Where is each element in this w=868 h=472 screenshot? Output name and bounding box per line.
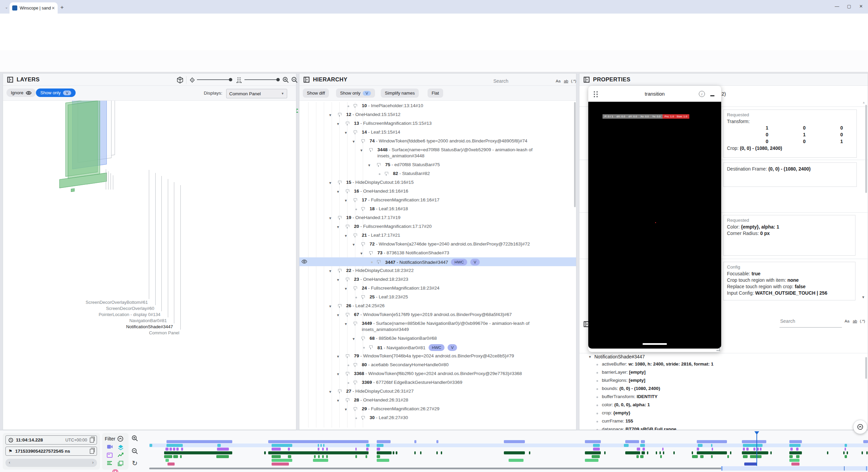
window-maximize-button[interactable]: ▢: [847, 4, 851, 9]
pin-icon[interactable]: [338, 390, 341, 392]
pin-icon[interactable]: [361, 139, 365, 142]
event-window-manager[interactable]: [845, 448, 846, 451]
event-protolog[interactable]: [697, 451, 727, 454]
tree-node-15[interactable]: ▼15 - HideDisplayCutout:16:16#15: [299, 178, 576, 187]
event-protolog[interactable]: [647, 451, 648, 454]
event-protolog[interactable]: [377, 451, 392, 454]
tree-node-80[interactable]: 80 - ace6abb SecondaryHomeHandle0#80: [299, 360, 576, 369]
pin-icon[interactable]: [361, 295, 365, 298]
match-case-icon[interactable]: Aa: [845, 319, 849, 323]
event-ime[interactable]: [796, 455, 800, 458]
event-protolog[interactable]: [396, 451, 397, 454]
pin-icon[interactable]: [361, 207, 365, 210]
event-window-manager[interactable]: [760, 448, 762, 451]
event-view-capture[interactable]: [272, 459, 292, 462]
event-window-manager[interactable]: [181, 448, 183, 451]
expand-collapse-arrow[interactable]: ▼: [329, 215, 332, 221]
expand-collapse-arrow[interactable]: ▼: [336, 189, 340, 195]
event-transactions[interactable]: [625, 440, 639, 443]
event-protolog[interactable]: [742, 451, 768, 454]
event-surface-flinger[interactable]: [320, 444, 322, 447]
event-surface-flinger[interactable]: [711, 444, 712, 447]
layer-label[interactable]: ScreenDecorOverlay#60: [42, 306, 154, 311]
event-surface-flinger[interactable]: [593, 444, 600, 447]
pin-icon[interactable]: [377, 163, 380, 165]
show-only-v-toggle[interactable]: Show only V: [36, 88, 76, 97]
event-ime[interactable]: [640, 455, 644, 458]
simplify-names-button[interactable]: Simplify names: [381, 88, 419, 98]
tree-node-29[interactable]: ▼29 - FullscreenMagnification:26:27#29: [299, 405, 576, 413]
timeline-zoom-window[interactable]: [721, 466, 867, 471]
pin-icon[interactable]: [346, 313, 349, 315]
event-surface-flinger[interactable]: [217, 444, 221, 447]
zoom-in-icon[interactable]: [282, 77, 289, 83]
pin-icon[interactable]: [369, 346, 373, 348]
new-tab-button[interactable]: +: [60, 4, 64, 11]
layer-label[interactable]: NotificationShade#3447: [61, 324, 173, 329]
tree-node-30[interactable]: 30 - Leaf:26:27#30: [299, 413, 576, 422]
expand-collapse-arrow[interactable]: ▼: [329, 389, 332, 395]
tree-node-25[interactable]: 25 - Leaf:18:23#25: [299, 293, 576, 301]
hierarchy-scrollbar[interactable]: [574, 102, 576, 207]
expand-collapse-arrow[interactable]: ▼: [336, 312, 340, 318]
timeline-canvas[interactable]: [0, 430, 868, 472]
event-ime[interactable]: [636, 455, 639, 458]
event-surface-flinger[interactable]: [845, 444, 847, 447]
property-row[interactable]: bufferTransform: IDENTITY: [602, 394, 657, 399]
layer-label[interactable]: Common Panel: [67, 330, 179, 335]
expand-collapse-arrow[interactable]: ▼: [352, 139, 355, 145]
expand-collapse-arrow[interactable]: ▼: [344, 286, 348, 292]
match-word-icon[interactable]: ab: [564, 79, 568, 83]
event-ime[interactable]: [322, 455, 324, 458]
event-protolog[interactable]: [625, 451, 640, 454]
tree-node-67[interactable]: ▼67 - WindowToken{e5176f9 type=2019 andr…: [299, 310, 576, 319]
event-transitions[interactable]: [791, 463, 800, 466]
event-ime[interactable]: [216, 455, 229, 458]
event-protolog[interactable]: [673, 451, 675, 454]
event-protolog[interactable]: [847, 451, 848, 454]
event-window-manager[interactable]: [176, 448, 179, 451]
expand-collapse-arrow[interactable]: ▼: [360, 251, 363, 257]
expand-collapse-arrow[interactable]: ▼: [352, 242, 355, 248]
pin-icon[interactable]: [354, 363, 357, 366]
event-view-capture[interactable]: [313, 459, 328, 462]
expand-collapse-arrow[interactable]: ▼: [329, 180, 332, 186]
pin-icon[interactable]: [369, 251, 373, 254]
event-ime[interactable]: [750, 455, 762, 458]
tree-node-10[interactable]: 10 - ImePlaceholder:13:14#10: [299, 101, 576, 110]
tree-node-18[interactable]: 18 - Leaf:16:16#18: [299, 204, 576, 213]
property-row[interactable]: color: (0, 0, 0), alpha: 1: [602, 402, 650, 407]
browser-tab[interactable]: Winscope | sandbox-FAIL ✕: [9, 2, 58, 14]
event-protolog[interactable]: [789, 451, 802, 454]
rotation-slider-thumb[interactable]: [229, 78, 232, 81]
event-window-manager[interactable]: [790, 448, 793, 451]
tree-node-82[interactable]: 82 - StatusBar#82: [299, 169, 576, 178]
tree-expand-arrow[interactable]: ▼: [588, 355, 592, 359]
layers-3d-canvas[interactable]: ScreenDecorOverlayBottom#61ScreenDecorOv…: [3, 101, 296, 430]
event-window-manager[interactable]: [170, 448, 172, 451]
ignore-button[interactable]: Ignore: [6, 88, 36, 97]
pin-icon[interactable]: [354, 287, 357, 289]
tree-node-72[interactable]: ▼72 - WindowToken{a2746de type=2040 andr…: [299, 240, 576, 249]
spacing-slider-track[interactable]: [244, 79, 278, 80]
event-protolog[interactable]: [862, 451, 863, 454]
event-transactions[interactable]: [742, 440, 766, 443]
property-root-node[interactable]: NotificationShade#3447: [594, 354, 645, 359]
match-case-icon[interactable]: Aa: [556, 79, 560, 83]
event-window-manager[interactable]: [288, 448, 290, 451]
event-ime[interactable]: [173, 455, 178, 458]
event-ime[interactable]: [180, 455, 182, 458]
tree-node-21[interactable]: ▼21 - Leaf:17:17#21: [299, 231, 576, 240]
pin-icon[interactable]: [354, 234, 357, 236]
layer-label[interactable]: PointerLocation - display 0#134: [48, 312, 160, 317]
expand-collapse-arrow[interactable]: ▼: [336, 277, 340, 283]
event-window-manager[interactable]: [662, 448, 664, 451]
visibility-eye-icon[interactable]: [301, 259, 307, 264]
event-window-manager[interactable]: [753, 448, 755, 451]
tree-node-22[interactable]: ▼22 - HideDisplayCutout:18:23#22: [299, 266, 576, 275]
event-protolog[interactable]: [414, 451, 416, 454]
event-ime[interactable]: [288, 455, 291, 458]
event-surface-flinger[interactable]: [640, 444, 645, 447]
rotation-slider-track[interactable]: [197, 79, 231, 80]
event-protolog[interactable]: [441, 451, 442, 454]
